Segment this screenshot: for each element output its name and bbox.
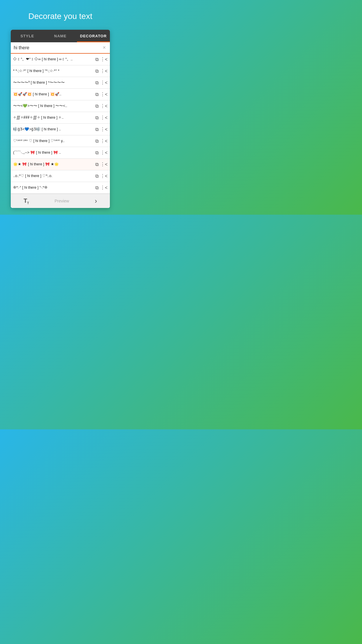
result-text: 🎼ĝƷ<💙>ĝƷ🎼 [ hi there ] .. (13, 127, 94, 132)
result-text: 〜〜<💚>〜〜 [ hi there ] 〜〜<.. (13, 104, 94, 109)
clear-button[interactable]: × (101, 45, 107, 51)
tab-decorator[interactable]: DECORATOR (77, 30, 110, 42)
tab-bar: STYLE NAME DECORATOR (11, 30, 110, 42)
copy-icon[interactable]: ⧉ (95, 57, 99, 62)
copy-icon[interactable]: ⧉ (95, 69, 99, 74)
table-row: 🎼ĝƷ<💙>ĝƷ🎼 [ hi there ] .. ⧉ ⋮< (11, 124, 110, 135)
copy-icon[interactable]: ⧉ (95, 104, 99, 109)
share-icon[interactable]: ⋮< (100, 150, 108, 155)
copy-icon[interactable]: ⧉ (95, 174, 99, 179)
share-icon[interactable]: ⋮< (100, 68, 108, 74)
result-text: ..o.:*♡ [ hi there ] ♡*:.o. (13, 174, 94, 179)
copy-icon[interactable]: ⧉ (95, 92, 99, 97)
font-size-button[interactable]: TT (24, 197, 29, 205)
copy-icon[interactable]: ⧉ (95, 127, 99, 132)
copy-icon[interactable]: ⧉ (95, 162, 99, 167)
page-title: Decorate you text (28, 12, 92, 21)
share-icon[interactable]: ⋮< (100, 185, 108, 190)
table-row: ♡ᴸᵒᵛᵉ ʸᵒᵘ ♡ [ hi there ] ♡ᴸᵒᵛᵉ y.. ⧉ ⋮< (11, 135, 110, 147)
copy-icon[interactable]: ⧉ (95, 115, 99, 120)
result-text: ❊*:·° [ hi there ] °·:*❊ (13, 185, 94, 190)
result-list: ✧꒰ᐢ。❤ᐢ꒱✧∞ [ hi there ] ∞꒰ᐢ。.. ⧉ ⋮< * *·;… (11, 54, 110, 194)
share-icon[interactable]: ⋮< (100, 92, 108, 97)
table-row: 💥🚀🚀💥 [ hi there ] 💥🚀.. ⧉ ⋮< (11, 89, 110, 100)
tab-name[interactable]: NAME (44, 30, 77, 42)
table-row: ❊*:·° [ hi there ] °·:*❊ ⧉ ⋮< (11, 182, 110, 194)
result-text: 〜〜〜〜⁹ [ hi there ] ᵉ〜〜〜〜 (13, 80, 94, 85)
table-row: 〜〜<💚>〜〜 [ hi there ] 〜〜<.. ⧉ ⋮< (11, 100, 110, 112)
result-text: 💥🚀🚀💥 [ hi there ] 💥🚀.. (13, 92, 94, 97)
table-row: * *·;☆·*° [ hi there ] °*·;☆·*° * ⧉ ⋮< (11, 65, 110, 77)
copy-icon[interactable]: ⧉ (95, 139, 99, 144)
result-text: ♡ᴸᵒᵛᵉ ʸᵒᵘ ♡ [ hi there ] ♡ᴸᵒᵛᵉ y.. (13, 139, 94, 144)
search-bar: × (11, 42, 110, 54)
share-icon[interactable]: ⋮< (100, 127, 108, 132)
copy-icon[interactable]: ⧉ (95, 185, 99, 190)
bottom-toolbar: TT Preview › (11, 194, 110, 208)
share-icon[interactable]: ⋮< (100, 138, 108, 144)
table-row: ..o.:*♡ [ hi there ] ♡*:.o. ⧉ ⋮< (11, 170, 110, 182)
share-icon[interactable]: ⋮< (100, 115, 108, 120)
result-text: (¯`¯`·.,,--> 🎀 [ hi there ] 🎀 .. (13, 150, 94, 155)
table-row: ✧∭✧₣₣₣✧∭✧ [ hi there ] ✧.. ⧉ ⋮< (11, 112, 110, 124)
copy-icon[interactable]: ⧉ (95, 80, 99, 85)
result-text: ✧꒰ᐢ。❤ᐢ꒱✧∞ [ hi there ] ∞꒰ᐢ。.. (13, 57, 94, 62)
share-icon[interactable]: ⋮< (100, 57, 108, 62)
search-input[interactable] (14, 45, 101, 50)
table-row: ✧꒰ᐢ。❤ᐢ꒱✧∞ [ hi there ] ∞꒰ᐢ。.. ⧉ ⋮< (11, 54, 110, 65)
share-icon[interactable]: ⋮< (100, 162, 108, 167)
tab-style[interactable]: STYLE (11, 30, 44, 42)
share-icon[interactable]: ⋮< (100, 173, 108, 179)
result-text: 🌟★ 🎀 [ hi there ] 🎀 ★🌟 (13, 162, 94, 167)
main-card: STYLE NAME DECORATOR × ✧꒰ᐢ。❤ᐢ꒱✧∞ [ hi th… (11, 30, 110, 208)
table-row: (¯`¯`·.,,--> 🎀 [ hi there ] 🎀 .. ⧉ ⋮< (11, 147, 110, 159)
table-row: 〜〜〜〜⁹ [ hi there ] ᵉ〜〜〜〜 ⧉ ⋮< (11, 77, 110, 89)
share-icon[interactable]: ⋮< (100, 80, 108, 85)
copy-icon[interactable]: ⧉ (95, 150, 99, 155)
result-text: ✧∭✧₣₣₣✧∭✧ [ hi there ] ✧.. (13, 115, 94, 120)
next-button[interactable]: › (95, 197, 97, 205)
preview-button[interactable]: Preview (55, 199, 69, 203)
result-text: * *·;☆·*° [ hi there ] °*·;☆·*° * (13, 69, 94, 74)
table-row: 🌟★ 🎀 [ hi there ] 🎀 ★🌟 ⧉ ⋮< (11, 159, 110, 170)
share-icon[interactable]: ⋮< (100, 103, 108, 109)
